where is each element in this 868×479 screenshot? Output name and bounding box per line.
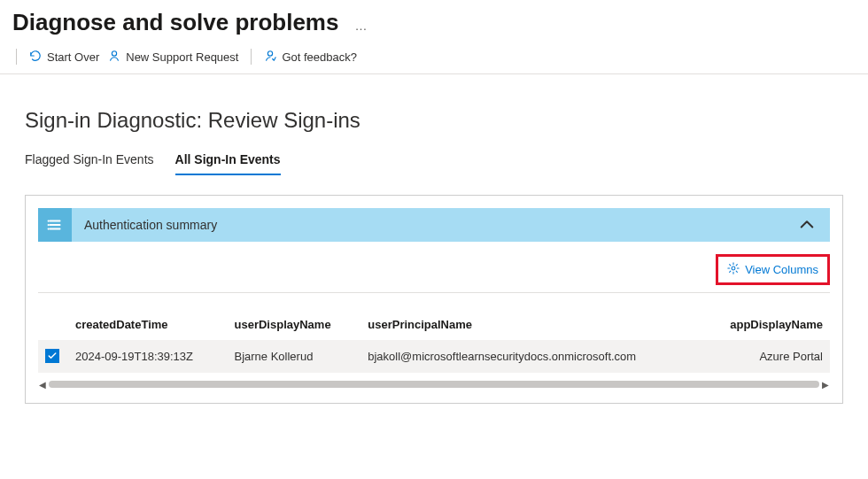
new-support-request-label: New Support Request: [126, 50, 238, 64]
more-button[interactable]: …: [354, 19, 368, 33]
page-header: Diagnose and solve problems …: [0, 0, 868, 43]
row-checkbox[interactable]: [45, 349, 59, 363]
list-icon: [38, 208, 72, 242]
got-feedback-button[interactable]: Got feedback?: [264, 50, 357, 65]
got-feedback-label: Got feedback?: [282, 50, 357, 64]
chevron-up-icon[interactable]: [798, 216, 816, 234]
signin-table: createdDateTime userDisplayName userPrin…: [38, 309, 830, 373]
svg-point-5: [732, 267, 735, 270]
horizontal-scrollbar[interactable]: ◀ ▶: [38, 378, 830, 390]
svg-point-0: [112, 50, 117, 55]
svg-point-2: [48, 220, 50, 221]
divider: [251, 49, 252, 65]
new-support-request-button[interactable]: New Support Request: [108, 50, 238, 65]
results-panel: Authentication summary View Columns crea…: [25, 195, 843, 404]
scroll-left-icon[interactable]: ◀: [38, 380, 47, 390]
col-userDisplayName[interactable]: userDisplayName: [228, 309, 361, 340]
refresh-icon: [29, 50, 42, 65]
table-header-row: createdDateTime userDisplayName userPrin…: [38, 309, 830, 340]
divider: [16, 49, 17, 65]
start-over-label: Start Over: [47, 50, 99, 64]
view-columns-button[interactable]: View Columns: [716, 254, 830, 285]
scroll-right-icon[interactable]: ▶: [821, 380, 830, 390]
page-title: Diagnose and solve problems: [12, 9, 338, 36]
support-icon: [108, 50, 120, 65]
auth-summary-header[interactable]: Authentication summary: [38, 208, 830, 242]
cell-appDisplayName: Azure Portal: [701, 340, 830, 373]
view-columns-label: View Columns: [745, 263, 818, 276]
svg-point-4: [48, 228, 50, 229]
col-appDisplayName[interactable]: appDisplayName: [701, 309, 830, 340]
col-userPrincipalName[interactable]: userPrincipalName: [360, 309, 701, 340]
cell-userPrincipalName: bjakoll@microsoftlearnsecuritydocs.onmic…: [360, 340, 701, 373]
table-row[interactable]: 2024-09-19T18:39:13Z Bjarne Kollerud bja…: [38, 340, 830, 373]
tabs: Flagged Sign-In Events All Sign-In Event…: [0, 133, 868, 175]
auth-summary-title: Authentication summary: [84, 218, 798, 232]
scroll-thumb[interactable]: [49, 381, 819, 388]
cell-userDisplayName: Bjarne Kollerud: [228, 340, 361, 373]
view-columns-row: View Columns: [38, 254, 830, 293]
col-createdDateTime[interactable]: createdDateTime: [68, 309, 228, 340]
tab-all-signins[interactable]: All Sign-In Events: [175, 152, 281, 175]
feedback-icon: [264, 50, 276, 65]
svg-point-3: [48, 224, 50, 226]
svg-point-1: [268, 50, 273, 55]
toolbar: Start Over New Support Request Got feedb…: [0, 43, 868, 74]
section-heading: Sign-in Diagnostic: Review Sign-ins: [0, 74, 868, 133]
tab-flagged-signins[interactable]: Flagged Sign-In Events: [25, 152, 154, 175]
cell-createdDateTime: 2024-09-19T18:39:13Z: [68, 340, 228, 373]
gear-icon: [727, 262, 740, 277]
start-over-button[interactable]: Start Over: [29, 50, 99, 65]
